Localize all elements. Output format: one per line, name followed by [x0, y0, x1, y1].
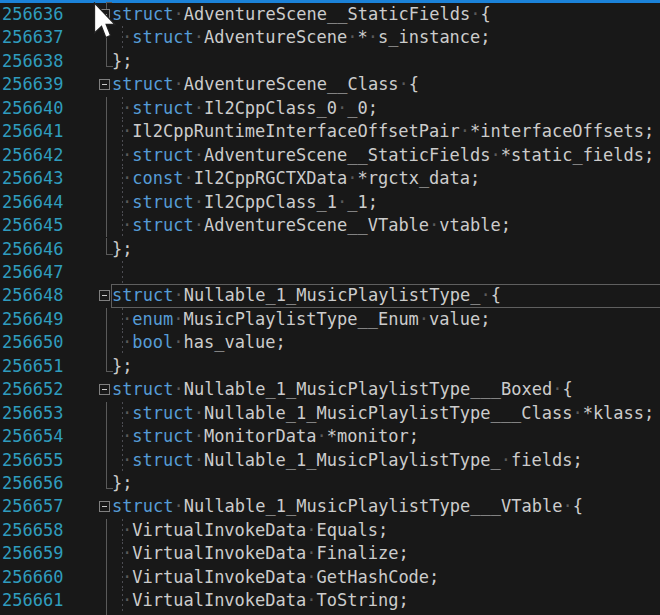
- code-line-text[interactable]: };: [112, 472, 132, 495]
- line-number[interactable]: 256648: [2, 284, 63, 307]
- code-line-text[interactable]: ·VirtualInvokeData·Equals;: [122, 519, 388, 542]
- fold-toggle-icon[interactable]: [99, 9, 110, 20]
- code-line[interactable]: 256637·struct·AdventureScene·*·s_instanc…: [0, 26, 660, 49]
- code-line[interactable]: 256655·struct·Nullable_1_MusicPlaylistTy…: [0, 449, 660, 472]
- fold-toggle-icon[interactable]: [99, 501, 110, 512]
- code-line-text[interactable]: ·struct·Nullable_1_MusicPlaylistType_·fi…: [122, 449, 583, 472]
- whitespace-dot: ·: [122, 590, 132, 610]
- line-number[interactable]: 256657: [2, 495, 63, 518]
- line-number[interactable]: 256637: [2, 26, 63, 49]
- line-number[interactable]: 256647: [2, 261, 63, 284]
- code-line-text[interactable]: ·enum·MusicPlaylistType__Enum·value;: [122, 308, 491, 331]
- code-line-text[interactable]: struct·AdventureScene__StaticFields·{: [112, 3, 491, 26]
- line-number[interactable]: 256636: [2, 3, 63, 26]
- line-number[interactable]: 256640: [2, 97, 63, 120]
- fold-extent-guide: [106, 542, 107, 565]
- code-line-text[interactable]: ·struct·Il2CppClass_0·_0;: [122, 97, 378, 120]
- code-line[interactable]: 256653·struct·Nullable_1_MusicPlaylistTy…: [0, 402, 660, 425]
- code-line[interactable]: 256659·VirtualInvokeData·Finalize;: [0, 542, 660, 565]
- fold-toggle-icon[interactable]: [99, 290, 110, 301]
- code-line[interactable]: 256648struct·Nullable_1_MusicPlaylistTyp…: [0, 284, 660, 307]
- line-number[interactable]: 256645: [2, 214, 63, 237]
- code-line-text[interactable]: struct·Nullable_1_MusicPlaylistType___VT…: [112, 495, 583, 518]
- code-line[interactable]: 256638};: [0, 50, 660, 73]
- whitespace-dot: ·: [501, 450, 511, 470]
- line-number[interactable]: 256641: [2, 120, 63, 143]
- code-line[interactable]: 256641·Il2CppRuntimeInterfaceOffsetPair·…: [0, 120, 660, 143]
- code-line[interactable]: 256646};: [0, 238, 660, 261]
- code-line[interactable]: 256647: [0, 261, 660, 284]
- code-line[interactable]: 256642·struct·AdventureScene__StaticFiel…: [0, 144, 660, 167]
- line-number[interactable]: 256646: [2, 238, 63, 261]
- fold-toggle-icon[interactable]: [99, 79, 110, 90]
- code-line-text[interactable]: ·VirtualInvokeData·ToString;: [122, 589, 409, 612]
- code-line-text[interactable]: };: [112, 50, 132, 73]
- code-line[interactable]: 256639struct·AdventureScene__Class·{: [0, 73, 660, 96]
- code-line-text[interactable]: ·const·Il2CppRGCTXData·*rgctx_data;: [122, 167, 480, 190]
- code-line[interactable]: 256661·VirtualInvokeData·ToString;: [0, 589, 660, 612]
- identifier-token: *rgctx_data;: [357, 168, 480, 188]
- code-line-text[interactable]: };: [112, 355, 132, 378]
- line-number[interactable]: 256659: [2, 542, 63, 565]
- line-number[interactable]: 256655: [2, 449, 63, 472]
- code-line-text[interactable]: ·struct·Il2CppClass_1·_1;: [122, 191, 378, 214]
- identifier-token: {: [491, 285, 501, 305]
- code-line[interactable]: 256651};: [0, 355, 660, 378]
- identifier-token: Equals;: [317, 520, 389, 540]
- code-line[interactable]: 256645·struct·AdventureScene__VTable·vta…: [0, 214, 660, 237]
- line-number[interactable]: 256661: [2, 589, 63, 612]
- line-number[interactable]: 256658: [2, 519, 63, 542]
- line-number[interactable]: 256644: [2, 191, 63, 214]
- code-line-text[interactable]: ·struct·MonitorData·*monitor;: [122, 425, 419, 448]
- code-line-text[interactable]: struct·Nullable_1_MusicPlaylistType_·{: [112, 284, 501, 307]
- line-number[interactable]: 256652: [2, 378, 63, 401]
- line-number[interactable]: 256654: [2, 425, 63, 448]
- code-line[interactable]: 256649·enum·MusicPlaylistType__Enum·valu…: [0, 308, 660, 331]
- code-line-text[interactable]: ·bool·has_value;: [122, 331, 286, 354]
- line-number[interactable]: 256638: [2, 50, 63, 73]
- whitespace-dot: ·: [306, 567, 316, 587]
- code-line-text[interactable]: ·Il2CppRuntimeInterfaceOffsetPair·*inter…: [122, 120, 654, 143]
- fold-toggle-icon[interactable]: [99, 384, 110, 395]
- whitespace-dot: ·: [194, 450, 204, 470]
- line-number[interactable]: 256642: [2, 144, 63, 167]
- line-number[interactable]: 256651: [2, 355, 63, 378]
- identifier-token: {: [573, 496, 583, 516]
- line-number[interactable]: 256649: [2, 308, 63, 331]
- whitespace-dot: ·: [173, 309, 183, 329]
- code-line-text[interactable]: struct·AdventureScene__Class·{: [112, 73, 419, 96]
- line-number[interactable]: 256650: [2, 331, 63, 354]
- whitespace-dot: ·: [122, 543, 132, 563]
- identifier-token: VirtualInvokeData: [132, 590, 306, 610]
- code-line[interactable]: 256656};: [0, 472, 660, 495]
- code-line[interactable]: 256654·struct·MonitorData·*monitor;: [0, 425, 660, 448]
- line-number[interactable]: 256639: [2, 73, 63, 96]
- code-line-text[interactable]: ·VirtualInvokeData·GetHashCode;: [122, 566, 439, 589]
- code-line-text[interactable]: ·struct·AdventureScene__VTable·vtable;: [122, 214, 511, 237]
- code-line[interactable]: 256658·VirtualInvokeData·Equals;: [0, 519, 660, 542]
- code-line-text[interactable]: ·struct·Nullable_1_MusicPlaylistType___C…: [122, 402, 654, 425]
- code-line[interactable]: 256644·struct·Il2CppClass_1·_1;: [0, 191, 660, 214]
- code-line-text[interactable]: ·VirtualInvokeData·Finalize;: [122, 542, 409, 565]
- keyword-token: struct: [132, 450, 193, 470]
- code-line[interactable]: 256660·VirtualInvokeData·GetHashCode;: [0, 566, 660, 589]
- code-line[interactable]: 256652struct·Nullable_1_MusicPlaylistTyp…: [0, 378, 660, 401]
- identifier-token: *interfaceOffsets;: [470, 121, 654, 141]
- code-line[interactable]: 256650·bool·has_value;: [0, 331, 660, 354]
- code-line-text[interactable]: ·struct·AdventureScene__StaticFields·*st…: [122, 144, 654, 167]
- code-line-text[interactable]: ·struct·AdventureScene·*·s_instance;: [122, 26, 491, 49]
- code-line[interactable]: 256643·const·Il2CppRGCTXData·*rgctx_data…: [0, 167, 660, 190]
- whitespace-dot: ·: [122, 168, 132, 188]
- line-number[interactable]: 256656: [2, 472, 63, 495]
- identifier-token: _0;: [347, 98, 378, 118]
- code-line[interactable]: 256657struct·Nullable_1_MusicPlaylistTyp…: [0, 495, 660, 518]
- code-line-text[interactable]: struct·Nullable_1_MusicPlaylistType___Bo…: [112, 378, 573, 401]
- line-number[interactable]: 256660: [2, 566, 63, 589]
- code-line[interactable]: 256636struct·AdventureScene__StaticField…: [0, 3, 660, 26]
- code-line[interactable]: 256640·struct·Il2CppClass_0·_0;: [0, 97, 660, 120]
- identifier-token: VirtualInvokeData: [132, 543, 306, 563]
- line-number[interactable]: 256643: [2, 167, 63, 190]
- line-number[interactable]: 256653: [2, 402, 63, 425]
- code-line-text[interactable]: };: [112, 238, 132, 261]
- fold-extent-guide: [106, 425, 107, 448]
